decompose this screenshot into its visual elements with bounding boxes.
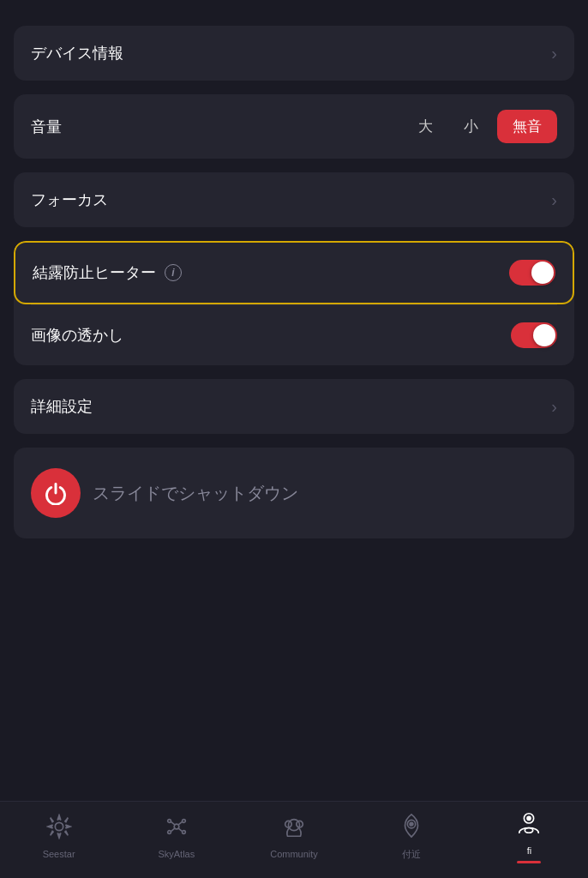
nearby-icon bbox=[399, 813, 424, 845]
device-info-label: デバイス情報 bbox=[31, 43, 123, 63]
svg-line-7 bbox=[178, 821, 183, 825]
anti-dew-info-icon[interactable]: i bbox=[165, 264, 182, 281]
community-nav-label: Community bbox=[270, 849, 318, 859]
watermark-toggle[interactable] bbox=[511, 322, 557, 348]
skyatlas-icon bbox=[164, 814, 189, 845]
watermark-row[interactable]: 画像の透かし bbox=[14, 305, 574, 365]
volume-label: 音量 bbox=[31, 117, 62, 137]
profile-nav-indicator bbox=[517, 861, 541, 863]
svg-line-6 bbox=[171, 821, 175, 825]
anti-dew-label-text: 結露防止ヒーター bbox=[33, 262, 156, 283]
svg-point-4 bbox=[167, 831, 171, 834]
volume-card: 音量 大 小 無音 bbox=[14, 94, 574, 159]
nav-item-seestar[interactable]: Seestar bbox=[0, 814, 117, 859]
community-icon bbox=[281, 814, 307, 845]
advanced-chevron-icon: › bbox=[551, 397, 557, 417]
nav-item-nearby[interactable]: 付近 bbox=[353, 813, 471, 861]
svg-point-16 bbox=[527, 815, 532, 821]
seestar-icon bbox=[46, 814, 72, 845]
seestar-nav-label: Seestar bbox=[43, 849, 75, 859]
watermark-toggle-knob bbox=[533, 324, 555, 346]
device-info-row[interactable]: デバイス情報 › bbox=[14, 26, 574, 81]
nav-item-community[interactable]: Community bbox=[235, 814, 352, 859]
shutdown-text: スライドでシャットダウン bbox=[93, 482, 298, 505]
bottom-nav: Seestar SkyAtlas bbox=[0, 801, 588, 878]
anti-dew-toggle[interactable] bbox=[509, 260, 555, 286]
svg-point-3 bbox=[182, 820, 185, 823]
nav-item-profile[interactable]: fi bbox=[471, 810, 588, 863]
svg-point-0 bbox=[55, 822, 63, 830]
svg-line-8 bbox=[171, 828, 175, 832]
focus-chevron-icon: › bbox=[551, 190, 557, 210]
device-info-chevron-icon: › bbox=[551, 44, 557, 63]
anti-dew-toggle-knob bbox=[531, 262, 554, 284]
power-button[interactable] bbox=[31, 468, 81, 518]
nav-item-skyatlas[interactable]: SkyAtlas bbox=[117, 814, 235, 859]
advanced-card: 詳細設定 › bbox=[14, 379, 574, 434]
watermark-label: 画像の透かし bbox=[31, 325, 123, 346]
nearby-nav-label: 付近 bbox=[402, 848, 421, 861]
volume-small-button[interactable]: 小 bbox=[452, 111, 490, 141]
main-content: デバイス情報 › 音量 大 小 無音 フォーカス › 結露防止ヒーター i bbox=[0, 0, 588, 801]
focus-row[interactable]: フォーカス › bbox=[14, 172, 574, 227]
volume-mute-button[interactable]: 無音 bbox=[497, 110, 557, 143]
anti-dew-row[interactable]: 結露防止ヒーター i bbox=[14, 241, 574, 304]
svg-line-9 bbox=[178, 828, 183, 832]
volume-controls: 大 小 無音 bbox=[406, 110, 557, 143]
advanced-row[interactable]: 詳細設定 › bbox=[14, 379, 574, 434]
svg-point-2 bbox=[167, 820, 171, 823]
toggle-card: 結露防止ヒーター i 画像の透かし bbox=[14, 241, 574, 365]
volume-large-button[interactable]: 大 bbox=[406, 111, 445, 141]
focus-label: フォーカス bbox=[31, 189, 108, 210]
advanced-label: 詳細設定 bbox=[31, 396, 93, 417]
profile-nav-label: fi bbox=[527, 845, 532, 856]
skyatlas-nav-label: SkyAtlas bbox=[158, 849, 195, 859]
profile-icon bbox=[516, 810, 542, 842]
svg-rect-17 bbox=[525, 827, 533, 833]
power-icon bbox=[44, 481, 68, 505]
shutdown-area[interactable]: スライドでシャットダウン bbox=[14, 448, 574, 538]
device-info-card: デバイス情報 › bbox=[14, 26, 574, 81]
focus-card: フォーカス › bbox=[14, 172, 574, 227]
anti-dew-label-group: 結露防止ヒーター i bbox=[33, 262, 182, 283]
svg-point-5 bbox=[182, 831, 185, 834]
svg-point-14 bbox=[410, 822, 413, 826]
